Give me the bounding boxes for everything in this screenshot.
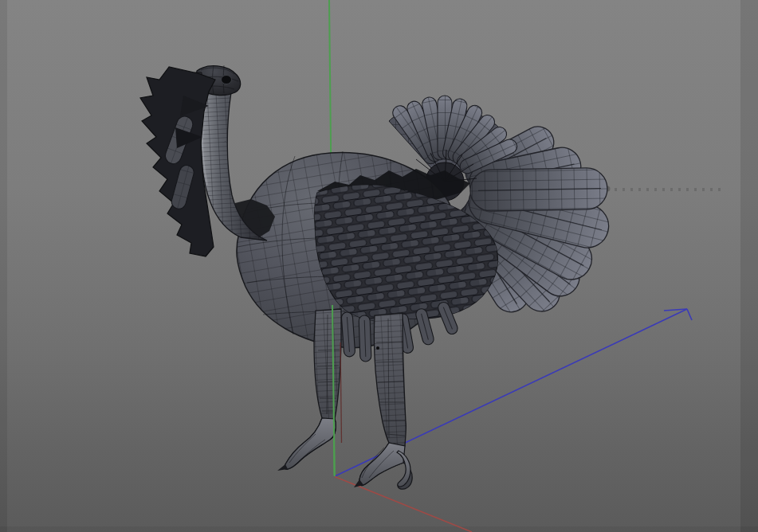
bottom-edge-shade	[0, 526, 758, 532]
3d-viewport[interactable]	[0, 0, 758, 532]
stray-vertex-dot	[376, 346, 379, 350]
right-edge-shade	[740, 0, 758, 532]
viewport-canvas	[0, 0, 758, 532]
ostrich-model[interactable]	[140, 65, 613, 489]
left-edge-shade	[0, 0, 7, 532]
leg-edge-seam	[340, 342, 342, 443]
left-foot[interactable]	[285, 418, 336, 469]
background-artifact-dashes	[605, 186, 723, 192]
eye	[222, 76, 232, 84]
z-axis-arrowhead	[687, 309, 692, 320]
